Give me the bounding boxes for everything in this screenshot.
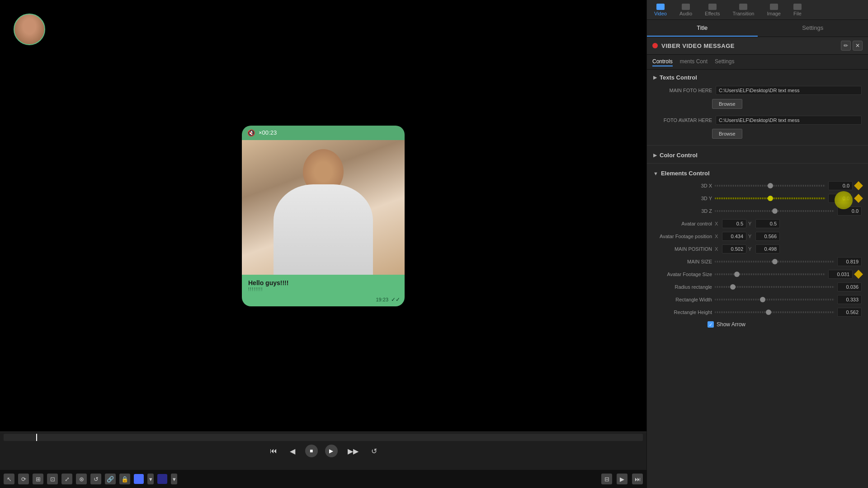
viber-photo <box>242 140 405 275</box>
divider-2 <box>647 163 868 164</box>
main-size-value[interactable]: 0.819 <box>837 257 862 266</box>
warp-tool[interactable]: ⊛ <box>76 474 87 484</box>
nav-tab-audio-label: Audio <box>679 11 692 16</box>
viber-timestamp: 19:23 <box>376 297 388 302</box>
3dy-slider[interactable] <box>715 197 826 199</box>
rotate-tool[interactable]: ⟳ <box>18 474 29 484</box>
nav-tab-video[interactable]: Video <box>651 3 670 17</box>
panel-close-icon[interactable]: ✕ <box>853 41 863 51</box>
nav-tab-image[interactable]: Image <box>764 3 783 17</box>
rectangle-width-row: Rectangle Width 0.333 <box>647 293 868 306</box>
rectangle-width-slider[interactable] <box>715 299 835 300</box>
audio-nav-icon <box>682 4 690 10</box>
3dz-slider[interactable] <box>715 210 835 212</box>
avatar-control-x-label: X <box>715 221 720 226</box>
3dx-row: 3D X 0.0 <box>647 179 868 192</box>
avatar-footage-size-slider-container <box>715 273 826 275</box>
playback-controls: ⏮ ◀ ■ ▶ ▶▶ ↺ <box>4 443 643 459</box>
show-arrow-checkbox[interactable]: ✓ <box>708 321 714 328</box>
main-foto-input[interactable] <box>716 86 862 95</box>
ctrl-tab-moments[interactable]: ments Cont <box>680 57 708 66</box>
avatar-face <box>14 14 44 44</box>
avatar-footage-y-value[interactable]: 0.566 <box>755 232 780 241</box>
rectangle-height-slider[interactable] <box>715 311 835 313</box>
rectangle-height-label: Rectangle Height <box>653 310 712 315</box>
foto-avatar-input[interactable] <box>716 116 862 125</box>
arrow-right-tool[interactable]: ▶ <box>617 474 627 484</box>
lock-tool[interactable]: 🔒 <box>119 474 130 484</box>
avatar-footage-x-value[interactable]: 0.434 <box>722 232 746 241</box>
elements-control-title: Elements Control <box>661 170 710 177</box>
loop-button[interactable]: ↺ <box>368 445 380 457</box>
rectangle-height-value[interactable]: 0.562 <box>837 308 862 317</box>
main-position-y-value[interactable]: 0.498 <box>755 244 780 253</box>
nav-tab-file[interactable]: File <box>791 3 804 17</box>
rewind-start-button[interactable]: ⏮ <box>267 445 280 457</box>
skip-end-tool[interactable]: ⏭ <box>632 474 643 484</box>
main-position-x-value[interactable]: 0.502 <box>722 244 746 253</box>
timeline-scrubber[interactable] <box>4 434 643 441</box>
3dz-value[interactable]: 0.0 <box>837 206 862 216</box>
color-control-header[interactable]: ▶ Color Control <box>647 147 868 161</box>
rectangle-width-value[interactable]: 0.333 <box>837 295 862 304</box>
person-body <box>274 184 373 275</box>
nav-tab-effects-label: Effects <box>705 11 720 16</box>
scale-tool[interactable]: ⤢ <box>61 474 72 484</box>
undo-tool[interactable]: ↺ <box>90 474 101 484</box>
nav-tab-effects[interactable]: Effects <box>702 3 722 17</box>
image-nav-icon <box>770 4 778 10</box>
avatar-control-y-value[interactable]: 0.5 <box>755 219 780 228</box>
3dx-label: 3D X <box>653 183 712 188</box>
tab-settings[interactable]: Settings <box>758 20 868 37</box>
color-swatch-blue[interactable] <box>134 474 144 484</box>
prev-frame-button[interactable]: ◀ <box>287 445 298 457</box>
3dz-slider-container <box>715 210 835 212</box>
nav-tab-transition[interactable]: Transition <box>730 3 757 17</box>
radius-rectangle-slider[interactable] <box>715 286 835 288</box>
panel-edit-icon[interactable]: ✏ <box>841 41 851 51</box>
stop-button[interactable]: ■ <box>305 445 318 457</box>
person-silhouette <box>242 140 405 275</box>
radius-rectangle-value[interactable]: 0.036 <box>837 282 862 291</box>
nav-tab-video-label: Video <box>654 11 667 16</box>
transform-tool[interactable]: ⊞ <box>33 474 43 484</box>
foto-avatar-browse-button[interactable]: Browse <box>712 129 742 139</box>
main-size-slider[interactable] <box>715 261 835 263</box>
avatar-footage-position-label: Avatar Footage position <box>653 234 712 239</box>
crop-view-tool[interactable]: ⊟ <box>601 474 612 484</box>
tab-title[interactable]: Title <box>647 20 758 37</box>
next-frame-button[interactable]: ▶▶ <box>345 445 361 457</box>
texts-control-header[interactable]: ▶ Texts Control <box>647 70 868 84</box>
right-panel: Video Audio Effects Transition Image Fil… <box>646 0 868 488</box>
viber-card: 🔇 ×00:23 Hello guys!!!! !!!!!!!! 19:23 ✓… <box>242 126 405 306</box>
main-size-row: MAIN SIZE 0.819 <box>647 255 868 268</box>
color-swatch-dark[interactable] <box>157 474 167 484</box>
avatar-control-x-value[interactable]: 0.5 <box>722 219 746 228</box>
main-position-label: MAIN POSITION <box>653 246 712 252</box>
chevron-down-icon[interactable]: ▾ <box>147 474 154 484</box>
crop-tool[interactable]: ⊡ <box>47 474 58 484</box>
control-panel-scroll[interactable]: ▶ Texts Control MAIN FOTO HERE Browse FO… <box>647 70 868 488</box>
play-button[interactable]: ▶ <box>325 445 338 457</box>
viber-footer: 19:23 ✓✓ <box>242 296 405 306</box>
show-arrow-label: Show Arrow <box>717 321 745 328</box>
ctrl-tab-settings[interactable]: Settings <box>715 57 734 66</box>
ctrl-tab-controls[interactable]: Controls <box>652 57 673 66</box>
avatar-footage-size-slider[interactable] <box>715 273 826 275</box>
elements-control-header[interactable]: ▼ Elements Control <box>647 165 868 179</box>
avatar-footage-size-value[interactable]: 0.031 <box>828 270 853 279</box>
3dy-value[interactable]: 0.0 <box>828 194 853 203</box>
nav-tab-audio[interactable]: Audio <box>677 3 695 17</box>
panel-title-bar: VIBER VIDEO MESSAGE ✏ ✕ <box>647 37 868 55</box>
toolbar-left: ↖ ⟳ ⊞ ⊡ ⤢ ⊛ ↺ 🔗 🔒 ▾ ▾ <box>4 474 177 484</box>
file-nav-icon <box>793 4 802 10</box>
link-tool[interactable]: 🔗 <box>105 474 116 484</box>
main-foto-browse-button[interactable]: Browse <box>712 99 742 109</box>
3dx-value[interactable]: 0.0 <box>828 181 853 190</box>
effects-nav-icon <box>708 4 717 10</box>
chevron-down-icon-2[interactable]: ▾ <box>171 474 177 484</box>
3dx-thumb <box>768 183 773 188</box>
video-nav-icon <box>656 4 665 10</box>
3dx-slider[interactable] <box>715 185 826 187</box>
cursor-tool[interactable]: ↖ <box>4 474 14 484</box>
